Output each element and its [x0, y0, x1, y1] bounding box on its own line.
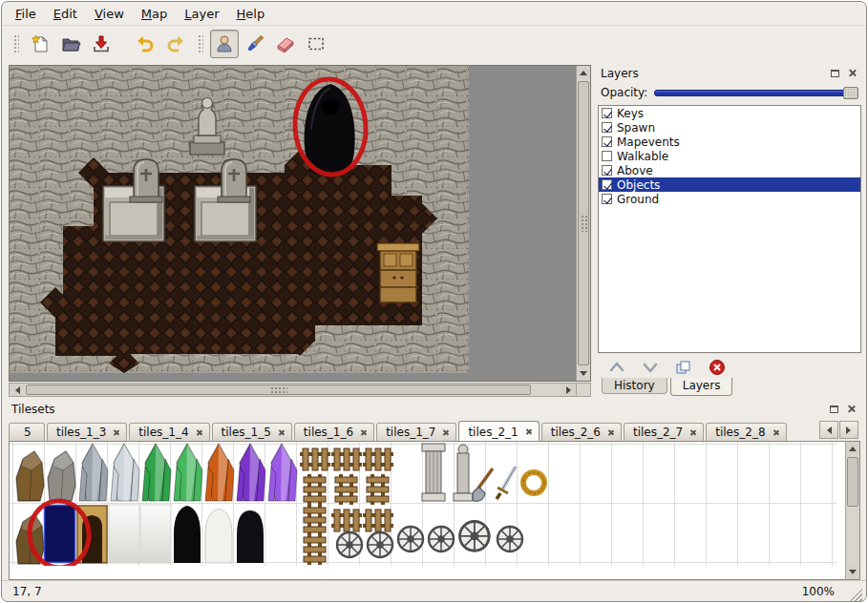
scroll-right-button[interactable] — [561, 384, 576, 396]
layer-label: Walkable — [617, 150, 668, 163]
scrollbar-thumb[interactable] — [26, 385, 531, 395]
map-vertical-scrollbar[interactable] — [576, 66, 590, 381]
layer-visibility-checkbox[interactable] — [602, 151, 612, 161]
menu-layer[interactable]: Layer — [176, 5, 227, 23]
select-tool-button[interactable] — [302, 30, 330, 58]
tileset-tab[interactable]: tiles_1_5 — [212, 423, 292, 441]
brush-tool-button[interactable] — [241, 30, 269, 58]
scrollbar-track[interactable] — [577, 79, 590, 367]
menu-file[interactable]: File — [7, 5, 45, 23]
map-horizontal-scrollbar[interactable] — [9, 383, 591, 397]
tileset-tab[interactable]: tiles_1_6 — [294, 423, 374, 441]
opacity-slider-handle[interactable] — [843, 87, 858, 99]
toolbar-grip[interactable] — [197, 33, 203, 54]
move-layer-down-button[interactable] — [639, 358, 662, 377]
scroll-up-button[interactable] — [577, 66, 590, 79]
menu-view[interactable]: View — [86, 5, 133, 23]
new-file-icon — [30, 33, 51, 54]
dock-bottom-tabs: History Layers — [598, 377, 861, 397]
tab-history[interactable]: History — [602, 378, 667, 394]
float-panel-button[interactable] — [828, 68, 841, 79]
layer-row-above[interactable]: Above — [599, 163, 860, 177]
close-panel-button[interactable] — [844, 404, 857, 415]
tileset-vertical-scrollbar[interactable] — [845, 442, 859, 579]
toolbar — [2, 26, 866, 61]
layer-visibility-checkbox[interactable] — [602, 179, 612, 190]
layer-row-keys[interactable]: Keys — [599, 106, 860, 120]
float-panel-button[interactable] — [827, 404, 840, 415]
duplicate-layer-button[interactable] — [672, 358, 695, 377]
menu-help[interactable]: Help — [228, 5, 274, 23]
window-resize-grip[interactable] — [850, 589, 862, 601]
tileset-tab-active[interactable]: tiles_2_1 — [458, 421, 539, 441]
tileset-tab[interactable]: tiles_2_8 — [706, 423, 786, 441]
close-tab-icon[interactable] — [360, 429, 367, 436]
scrollbar-track[interactable] — [24, 384, 561, 396]
new-file-button[interactable] — [26, 30, 54, 58]
save-button[interactable] — [87, 30, 116, 58]
layer-row-objects[interactable]: Objects — [599, 177, 860, 192]
float-icon — [831, 70, 839, 77]
move-layer-up-button[interactable] — [605, 358, 628, 377]
eraser-tool-button[interactable] — [271, 30, 300, 58]
redo-button[interactable] — [161, 30, 190, 58]
tileset-tab[interactable]: tiles_1_7 — [376, 423, 456, 441]
tab-scroll-left-button[interactable] — [819, 421, 838, 439]
selected-tile[interactable] — [44, 505, 75, 563]
tileset-tab[interactable]: tiles_1_4 — [129, 423, 209, 441]
layer-row-spawn[interactable]: Spawn — [599, 120, 860, 135]
tileset-canvas[interactable] — [10, 442, 836, 566]
close-tab-icon[interactable] — [278, 429, 285, 436]
layer-label: Mapevents — [617, 135, 680, 149]
close-tab-icon[interactable] — [442, 429, 449, 436]
event-tool-button[interactable] — [210, 30, 239, 58]
layer-visibility-checkbox[interactable] — [602, 122, 612, 133]
opacity-slider[interactable] — [654, 86, 858, 100]
layer-visibility-checkbox[interactable] — [602, 194, 612, 204]
layer-row-mapevents[interactable]: Mapevents — [599, 135, 860, 149]
paintbrush-icon — [244, 33, 265, 54]
tab-scroll-arrows — [819, 421, 858, 439]
tileset-tab[interactable]: tiles_1_3 — [47, 423, 127, 441]
close-tab-icon[interactable] — [607, 429, 614, 436]
layer-visibility-checkbox[interactable] — [602, 108, 612, 118]
tab-layers[interactable]: Layers — [670, 378, 733, 396]
layer-row-walkable[interactable]: Walkable — [599, 149, 860, 163]
map-editor-window: File Edit View Map Layer Help — [1, 1, 867, 602]
scroll-down-button[interactable] — [577, 367, 590, 381]
open-button[interactable] — [56, 30, 85, 58]
scrollbar-thumb[interactable] — [847, 457, 858, 507]
map-viewport[interactable] — [9, 65, 591, 382]
scrollbar-track[interactable] — [846, 455, 859, 566]
map-editor-area — [9, 65, 591, 397]
close-tab-icon[interactable] — [113, 429, 119, 436]
layer-visibility-checkbox[interactable] — [602, 136, 612, 147]
scroll-left-button[interactable] — [10, 384, 24, 396]
toolbar-grip[interactable] — [12, 33, 19, 54]
status-bar: 17, 7 100% — [2, 580, 866, 601]
tileset-tab[interactable]: 5 — [9, 423, 45, 441]
scrollbar-thumb[interactable] — [578, 81, 589, 365]
close-tab-icon[interactable] — [196, 429, 202, 436]
scroll-up-button[interactable] — [846, 442, 859, 455]
zoom-level: 100% — [802, 585, 835, 598]
tileset-tab[interactable]: tiles_2_7 — [624, 423, 704, 441]
layer-visibility-checkbox[interactable] — [602, 165, 612, 176]
close-panel-button[interactable] — [845, 68, 858, 79]
menu-edit[interactable]: Edit — [45, 5, 86, 23]
tileset-tab[interactable]: tiles_2_6 — [541, 423, 622, 441]
wooden-cabinet-sprite — [377, 243, 419, 302]
undo-button[interactable] — [131, 30, 159, 58]
close-tab-icon[interactable] — [689, 429, 696, 436]
tileset-tab-label: tiles_1_5 — [222, 426, 271, 439]
layer-row-ground[interactable]: Ground — [599, 192, 860, 206]
tileset-canvas-area[interactable] — [9, 441, 860, 580]
close-tab-icon[interactable] — [525, 428, 532, 435]
tab-scroll-right-button[interactable] — [839, 421, 858, 439]
scroll-down-button[interactable] — [846, 566, 859, 579]
delete-layer-button[interactable] — [706, 358, 729, 377]
map-canvas[interactable] — [10, 66, 469, 373]
close-tab-icon[interactable] — [773, 429, 779, 436]
undo-arrow-icon — [135, 33, 156, 54]
menu-map[interactable]: Map — [133, 5, 176, 23]
